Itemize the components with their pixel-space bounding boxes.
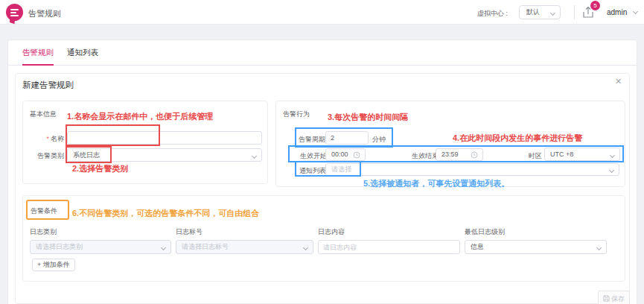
notify-list-placeholder: 请选择 — [331, 165, 351, 173]
tab-notify-list[interactable]: 通知列表 — [67, 48, 98, 58]
logo-bar — [10, 12, 16, 13]
panel-title: 新建告警规则 — [22, 80, 74, 91]
log-level-label: 最低日志级别 — [465, 227, 505, 237]
period-label: 告警周期 — [299, 135, 325, 145]
notify-list-select[interactable]: 请选择 — [325, 163, 619, 176]
alert-behavior-title: 告警行为 — [283, 110, 310, 119]
close-icon[interactable]: ✕ — [615, 77, 622, 86]
active-tab-underline — [22, 64, 54, 66]
log-level-value: 信息 — [471, 243, 484, 250]
screen: 告警规则 虚拟中心 : 默认 5 admin 告警规则 通知列表 新建告警规则 … — [0, 0, 644, 304]
chevron-down-icon — [303, 245, 308, 250]
logo-bar — [10, 15, 19, 16]
annotation-2: 2.选择告警类别 — [72, 163, 128, 174]
annotation-3: 3.每次告警的时间间隔 — [328, 112, 408, 123]
alert-type-select[interactable]: 系统日志 — [67, 148, 262, 162]
chevron-down-icon — [161, 245, 166, 250]
app-logo-icon[interactable] — [6, 4, 23, 21]
log-category-label: 日志类别 — [30, 227, 57, 237]
log-content-label: 日志内容 — [318, 227, 345, 237]
save-button[interactable]: 保存 — [598, 291, 630, 304]
notify-list-label: 通知列表 — [299, 166, 326, 176]
end-time-picker[interactable]: 23:59 — [436, 148, 483, 161]
period-input[interactable] — [325, 131, 369, 145]
alert-type-value: 系统日志 — [73, 151, 100, 159]
clock-icon — [353, 151, 360, 159]
alert-type-label: 告警类别 — [22, 151, 64, 161]
annotation-6: 6.不同告警类别，可选的告警条件不同，可自由组合 — [72, 208, 259, 219]
timezone-label: 时区 — [529, 151, 542, 161]
end-time-label: 生效结束 — [412, 151, 439, 161]
annotation-5: 5.选择被通知者，可事先设置通知列表。 — [363, 178, 509, 189]
chevron-down-icon — [609, 168, 614, 173]
virtual-center-label: 虚拟中心 : — [477, 9, 508, 19]
save-icon — [603, 295, 610, 302]
logo-bar — [10, 9, 19, 10]
header-divider — [574, 5, 575, 19]
chevron-down-icon — [610, 153, 615, 158]
tabbar-border — [8, 65, 637, 66]
log-content-input[interactable] — [318, 240, 460, 254]
log-tag-placeholder: 请选择日志标号 — [182, 243, 229, 250]
name-input[interactable] — [67, 131, 262, 145]
name-label: *名称 — [22, 134, 64, 144]
start-time-value: 00:00 — [331, 151, 348, 158]
tab-alert-rules[interactable]: 告警规则 — [22, 48, 54, 58]
save-label: 保存 — [611, 295, 625, 303]
timezone-value: UTC +8 — [550, 151, 573, 158]
chevron-down-icon — [550, 10, 555, 16]
username: admin — [607, 8, 627, 16]
log-category-select[interactable]: 请选择日志类别 — [30, 240, 171, 254]
timezone-select[interactable]: UTC +8 — [544, 148, 620, 161]
basic-info-title: 基本信息 — [30, 110, 57, 119]
period-unit: 分钟 — [372, 135, 386, 145]
annotation-4: 4.在此时间段内发生的事件进行告警 — [453, 133, 582, 144]
start-time-picker[interactable]: 00:00 — [325, 148, 366, 161]
notification-badge: 5 — [590, 1, 600, 10]
virtual-center-value: 默认 — [526, 8, 540, 16]
virtual-center-select[interactable]: 默认 — [519, 5, 561, 19]
log-category-placeholder: 请选择日志类别 — [36, 243, 83, 250]
chevron-down-icon — [252, 153, 257, 159]
alert-condition-title: 告警条件 — [31, 206, 57, 216]
chevron-down-icon — [596, 245, 602, 250]
add-condition-button[interactable]: + 增加条件 — [32, 259, 75, 271]
end-time-value: 23:59 — [441, 151, 459, 158]
annotation-1: 1.名称会显示在邮件中，也便于后续管理 — [67, 111, 213, 122]
log-tag-select[interactable]: 请选择日志标号 — [176, 240, 313, 254]
user-menu[interactable]: admin — [607, 8, 637, 16]
log-tag-label: 日志标号 — [176, 227, 203, 237]
page-title: 告警规则 — [28, 8, 61, 19]
start-time-label: 生效开始 — [300, 151, 327, 161]
clock-icon — [471, 151, 478, 159]
required-mark: * — [46, 135, 49, 142]
chevron-down-icon — [633, 9, 638, 14]
log-level-select[interactable]: 信息 — [465, 240, 607, 254]
